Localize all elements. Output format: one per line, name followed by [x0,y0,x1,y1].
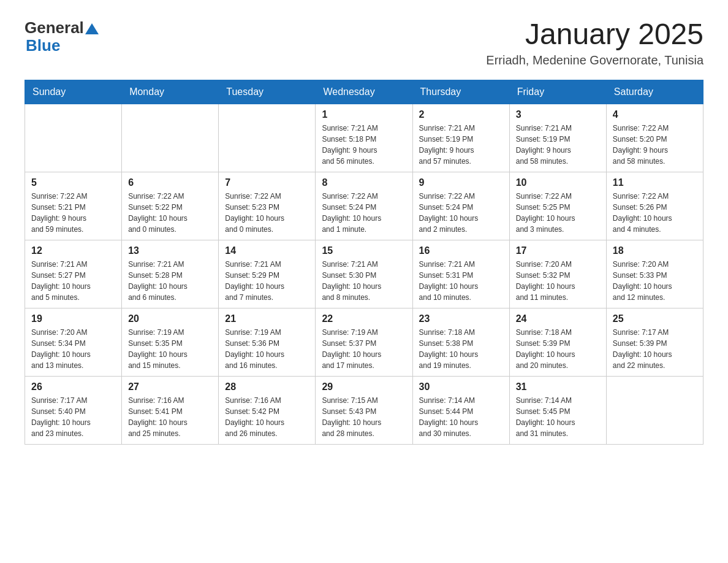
calendar-cell: 16Sunrise: 7:21 AMSunset: 5:31 PMDayligh… [412,240,509,308]
day-info: Sunrise: 7:18 AMSunset: 5:38 PMDaylight:… [419,327,503,371]
day-number: 28 [225,381,309,393]
day-info: Sunrise: 7:18 AMSunset: 5:39 PMDaylight:… [516,327,600,371]
day-number: 11 [613,177,697,188]
day-info: Sunrise: 7:14 AMSunset: 5:45 PMDaylight:… [516,395,600,439]
day-number: 17 [516,245,600,256]
calendar-cell: 4Sunrise: 7:22 AMSunset: 5:20 PMDaylight… [606,104,703,172]
calendar-week-row: 1Sunrise: 7:21 AMSunset: 5:18 PMDaylight… [25,104,703,172]
calendar-cell [25,104,122,172]
calendar-week-row: 26Sunrise: 7:17 AMSunset: 5:40 PMDayligh… [25,376,703,444]
calendar-header-tuesday: Tuesday [219,80,316,104]
calendar-cell [122,104,219,172]
calendar-cell [606,376,703,444]
calendar-cell: 24Sunrise: 7:18 AMSunset: 5:39 PMDayligh… [509,308,606,376]
calendar-header-saturday: Saturday [606,80,703,104]
day-info: Sunrise: 7:22 AMSunset: 5:20 PMDaylight:… [613,123,697,167]
day-info: Sunrise: 7:16 AMSunset: 5:42 PMDaylight:… [225,395,309,439]
day-info: Sunrise: 7:19 AMSunset: 5:37 PMDaylight:… [322,327,406,371]
page-header: General Blue January 2025 Erriadh, Meden… [25,18,703,67]
calendar-week-row: 12Sunrise: 7:21 AMSunset: 5:27 PMDayligh… [25,240,703,308]
day-number: 31 [516,381,600,393]
day-number: 7 [225,177,309,188]
day-info: Sunrise: 7:22 AMSunset: 5:23 PMDaylight:… [225,191,309,235]
calendar-cell: 25Sunrise: 7:17 AMSunset: 5:39 PMDayligh… [606,308,703,376]
calendar-cell: 20Sunrise: 7:19 AMSunset: 5:35 PMDayligh… [122,308,219,376]
day-number: 2 [419,109,503,120]
calendar-cell: 21Sunrise: 7:19 AMSunset: 5:36 PMDayligh… [219,308,316,376]
day-info: Sunrise: 7:21 AMSunset: 5:27 PMDaylight:… [31,259,115,303]
calendar-cell: 5Sunrise: 7:22 AMSunset: 5:21 PMDaylight… [25,172,122,240]
calendar-header-sunday: Sunday [25,80,122,104]
day-info: Sunrise: 7:19 AMSunset: 5:36 PMDaylight:… [225,327,309,371]
calendar-cell: 3Sunrise: 7:21 AMSunset: 5:19 PMDaylight… [509,104,606,172]
day-info: Sunrise: 7:17 AMSunset: 5:39 PMDaylight:… [613,327,697,371]
day-info: Sunrise: 7:22 AMSunset: 5:24 PMDaylight:… [419,191,503,235]
calendar-cell: 12Sunrise: 7:21 AMSunset: 5:27 PMDayligh… [25,240,122,308]
day-number: 14 [225,245,309,256]
calendar-cell: 2Sunrise: 7:21 AMSunset: 5:19 PMDaylight… [412,104,509,172]
calendar-cell: 9Sunrise: 7:22 AMSunset: 5:24 PMDaylight… [412,172,509,240]
calendar-cell: 27Sunrise: 7:16 AMSunset: 5:41 PMDayligh… [122,376,219,444]
calendar-cell: 18Sunrise: 7:20 AMSunset: 5:33 PMDayligh… [606,240,703,308]
calendar-table: SundayMondayTuesdayWednesdayThursdayFrid… [25,80,703,445]
calendar-cell: 1Sunrise: 7:21 AMSunset: 5:18 PMDaylight… [316,104,412,172]
day-number: 27 [128,381,212,393]
calendar-header-wednesday: Wednesday [316,80,412,104]
day-info: Sunrise: 7:21 AMSunset: 5:30 PMDaylight:… [322,259,406,303]
day-number: 12 [31,245,115,256]
calendar-cell: 15Sunrise: 7:21 AMSunset: 5:30 PMDayligh… [316,240,412,308]
day-info: Sunrise: 7:20 AMSunset: 5:34 PMDaylight:… [31,327,115,371]
day-number: 16 [419,245,503,256]
day-number: 13 [128,245,212,256]
svg-marker-0 [85,23,99,34]
calendar-cell: 29Sunrise: 7:15 AMSunset: 5:43 PMDayligh… [316,376,412,444]
calendar-cell: 19Sunrise: 7:20 AMSunset: 5:34 PMDayligh… [25,308,122,376]
calendar-cell [219,104,316,172]
day-info: Sunrise: 7:17 AMSunset: 5:40 PMDaylight:… [31,395,115,439]
day-info: Sunrise: 7:21 AMSunset: 5:28 PMDaylight:… [128,259,212,303]
day-info: Sunrise: 7:20 AMSunset: 5:32 PMDaylight:… [516,259,600,303]
day-number: 26 [31,381,115,393]
logo-triangle-icon [85,22,99,36]
day-info: Sunrise: 7:20 AMSunset: 5:33 PMDaylight:… [613,259,697,303]
calendar-cell: 23Sunrise: 7:18 AMSunset: 5:38 PMDayligh… [412,308,509,376]
day-number: 22 [322,313,406,324]
calendar-cell: 17Sunrise: 7:20 AMSunset: 5:32 PMDayligh… [509,240,606,308]
day-number: 25 [613,313,697,324]
day-number: 29 [322,381,406,393]
day-info: Sunrise: 7:22 AMSunset: 5:26 PMDaylight:… [613,191,697,235]
calendar-header-monday: Monday [122,80,219,104]
logo: General Blue [25,18,99,55]
day-number: 15 [322,245,406,256]
day-number: 21 [225,313,309,324]
day-info: Sunrise: 7:16 AMSunset: 5:41 PMDaylight:… [128,395,212,439]
day-number: 30 [419,381,503,393]
calendar-cell: 11Sunrise: 7:22 AMSunset: 5:26 PMDayligh… [606,172,703,240]
calendar-week-row: 5Sunrise: 7:22 AMSunset: 5:21 PMDaylight… [25,172,703,240]
day-number: 5 [31,177,115,188]
calendar-cell: 7Sunrise: 7:22 AMSunset: 5:23 PMDaylight… [219,172,316,240]
day-number: 6 [128,177,212,188]
title-area: January 2025 Erriadh, Medenine Governora… [486,18,703,67]
day-number: 1 [322,109,406,120]
calendar-cell: 22Sunrise: 7:19 AMSunset: 5:37 PMDayligh… [316,308,412,376]
month-title: January 2025 [486,18,703,51]
calendar-header-friday: Friday [509,80,606,104]
day-info: Sunrise: 7:22 AMSunset: 5:24 PMDaylight:… [322,191,406,235]
day-number: 8 [322,177,406,188]
day-info: Sunrise: 7:22 AMSunset: 5:21 PMDaylight:… [31,191,115,235]
day-info: Sunrise: 7:21 AMSunset: 5:19 PMDaylight:… [419,123,503,167]
calendar-cell: 10Sunrise: 7:22 AMSunset: 5:25 PMDayligh… [509,172,606,240]
calendar-cell: 31Sunrise: 7:14 AMSunset: 5:45 PMDayligh… [509,376,606,444]
day-number: 20 [128,313,212,324]
day-number: 4 [613,109,697,120]
day-number: 19 [31,313,115,324]
day-info: Sunrise: 7:14 AMSunset: 5:44 PMDaylight:… [419,395,503,439]
day-number: 10 [516,177,600,188]
day-info: Sunrise: 7:21 AMSunset: 5:19 PMDaylight:… [516,123,600,167]
calendar-cell: 14Sunrise: 7:21 AMSunset: 5:29 PMDayligh… [219,240,316,308]
calendar-header-thursday: Thursday [412,80,509,104]
day-number: 9 [419,177,503,188]
calendar-cell: 8Sunrise: 7:22 AMSunset: 5:24 PMDaylight… [316,172,412,240]
day-number: 18 [613,245,697,256]
